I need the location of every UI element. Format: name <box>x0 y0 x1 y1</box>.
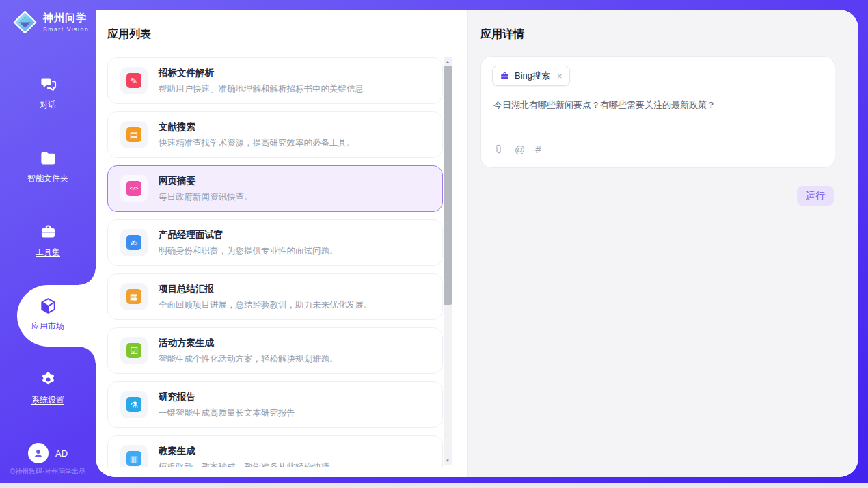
gear-icon <box>39 370 57 389</box>
bottom-edge-strip <box>0 483 868 488</box>
app-icon-glyph: ▤ <box>126 127 141 142</box>
app-icon-glyph: ▥ <box>126 451 141 466</box>
app-list-item[interactable]: ▦项目总结汇报全面回顾项目进展，总结经验教训，助力未来优化发展。 <box>107 273 443 320</box>
app-item-name: 招标文件解析 <box>159 67 364 79</box>
briefcase-icon <box>500 71 510 81</box>
app-item-name: 网页摘要 <box>159 175 253 187</box>
app-item-description: 明确身份和职责，为您提供专业性的面试问题。 <box>159 245 338 257</box>
app-list: ✎招标文件解析帮助用户快速、准确地理解和解析招标书中的关键信息▤文献搜索快速精准… <box>107 57 443 467</box>
app-icon-glyph: </> <box>126 181 141 196</box>
app-detail-panel: 应用详情 Bing搜索 × 今日湖北有哪些新闻要点？有哪些需要关注的最新政策？ <box>468 10 858 477</box>
app-item-name: 教案生成 <box>159 445 329 457</box>
sidebar-item-market[interactable]: 应用市场 <box>0 291 96 340</box>
sidebar-item-label: 工具集 <box>36 247 60 258</box>
folder-icon <box>39 149 57 167</box>
app-list-item[interactable]: ✍产品经理面试官明确身份和职责，为您提供专业性的面试问题。 <box>107 219 443 266</box>
attachment-icon[interactable] <box>493 144 504 155</box>
app-item-text: 产品经理面试官明确身份和职责，为您提供专业性的面试问题。 <box>159 229 338 257</box>
sidebar-item-label: 智能文件夹 <box>27 173 68 185</box>
prompt-toolbar: @ # <box>493 144 541 155</box>
brand-name: 神州问学 <box>43 12 89 25</box>
tool-chip-bing-search[interactable]: Bing搜索 × <box>492 66 570 86</box>
interview-doc-icon: ✍ <box>120 229 148 256</box>
sidebar-item-settings[interactable]: 系统设置 <box>0 365 96 414</box>
scrollbar-thumb[interactable] <box>444 66 452 305</box>
app-item-description: 帮助用户快速、准确地理解和解析招标书中的关键信息 <box>159 83 364 95</box>
app-list-item[interactable]: ▥教案生成模板驱动，教案秒成，教学准备从此轻松快捷 <box>107 435 443 467</box>
chat-icon <box>39 75 57 94</box>
run-button[interactable]: 运行 <box>797 186 834 206</box>
hash-icon[interactable]: # <box>535 144 541 155</box>
web-code-icon: </> <box>120 175 148 202</box>
app-item-text: 研究报告一键智能生成高质量长文本研究报告 <box>159 391 295 419</box>
app-item-description: 模板驱动，教案秒成，教学准备从此轻松快捷 <box>159 461 329 468</box>
app-item-text: 活动方案生成智能生成个性化活动方案，轻松解决规划难题。 <box>159 337 338 365</box>
avatar[interactable] <box>28 443 49 463</box>
app-item-name: 产品经理面试官 <box>159 229 338 241</box>
scrollbar[interactable]: ▲ ▼ <box>444 57 452 465</box>
app-item-text: 网页摘要每日政府新闻资讯快查。 <box>159 175 253 203</box>
app-icon-glyph: ⚗ <box>126 397 141 412</box>
app-item-description: 一键智能生成高质量长文本研究报告 <box>159 407 295 419</box>
chip-close-icon[interactable]: × <box>557 71 562 81</box>
sidebar-item-label: 系统设置 <box>31 394 64 406</box>
copyright-text: ©神州数码·神州问学出品 <box>0 467 96 476</box>
app-detail-title: 应用详情 <box>480 27 524 42</box>
app-item-description: 每日政府新闻资讯快查。 <box>159 191 253 203</box>
app-list-item[interactable]: ⚗研究报告一键智能生成高质量长文本研究报告 <box>107 381 443 428</box>
sidebar-nav: 对话智能文件夹工具集应用市场系统设置 <box>0 70 96 439</box>
edit-icon: ✎ <box>120 67 148 94</box>
app-item-name: 文献搜索 <box>159 121 355 133</box>
app-item-text: 教案生成模板驱动，教案秒成，教学准备从此轻松快捷 <box>159 445 329 468</box>
app-item-description: 智能生成个性化活动方案，轻松解决规划难题。 <box>159 353 338 365</box>
clipboard-check-icon: ☑ <box>120 337 148 364</box>
user-row[interactable]: AD <box>0 443 96 463</box>
sidebar: 神州问学 Smart Vision 对话智能文件夹工具集应用市场系统设置 AD … <box>0 0 96 483</box>
app-icon-glyph: ✎ <box>126 73 141 88</box>
research-icon: ⚗ <box>120 391 148 418</box>
app-item-text: 文献搜索快速精准查找学术资源，提高研究效率的必备工具。 <box>159 121 355 149</box>
main-card: 应用列表 ✎招标文件解析帮助用户快速、准确地理解和解析招标书中的关键信息▤文献搜… <box>96 10 858 477</box>
app-list-title: 应用列表 <box>107 27 151 42</box>
app-icon-glyph: ▦ <box>126 289 141 304</box>
scroll-down-arrow-icon[interactable]: ▼ <box>444 457 452 465</box>
mention-icon[interactable]: @ <box>515 144 525 155</box>
app-item-description: 全面回顾项目进展，总结经验教训，助力未来优化发展。 <box>159 299 372 311</box>
app-list-panel: 应用列表 ✎招标文件解析帮助用户快速、准确地理解和解析招标书中的关键信息▤文献搜… <box>96 10 468 477</box>
prompt-input[interactable]: 今日湖北有哪些新闻要点？有哪些需要关注的最新政策？ <box>493 99 824 111</box>
app-item-text: 项目总结汇报全面回顾项目进展，总结经验教训，助力未来优化发展。 <box>159 283 372 311</box>
app-icon-glyph: ☑ <box>126 343 141 358</box>
app-item-name: 研究报告 <box>159 391 295 403</box>
app-item-text: 招标文件解析帮助用户快速、准确地理解和解析招标书中的关键信息 <box>159 67 364 95</box>
brand-subtitle: Smart Vision <box>43 26 89 33</box>
app-icon-glyph: ✍ <box>126 235 141 250</box>
cube-icon <box>39 297 57 315</box>
scroll-up-arrow-icon[interactable]: ▲ <box>444 57 452 66</box>
app-list-item[interactable]: </>网页摘要每日政府新闻资讯快查。 <box>107 165 443 212</box>
report-note-icon: ▦ <box>120 283 148 310</box>
app-list-item[interactable]: ☑活动方案生成智能生成个性化活动方案，轻松解决规划难题。 <box>107 327 443 374</box>
prompt-card[interactable]: Bing搜索 × 今日湖北有哪些新闻要点？有哪些需要关注的最新政策？ @ # <box>480 56 835 168</box>
sidebar-item-label: 应用市场 <box>31 321 64 332</box>
app-item-name: 项目总结汇报 <box>159 283 372 295</box>
sidebar-item-label: 对话 <box>40 99 56 111</box>
app-item-name: 活动方案生成 <box>159 337 338 349</box>
app-list-item[interactable]: ✎招标文件解析帮助用户快速、准确地理解和解析招标书中的关键信息 <box>107 57 443 104</box>
brand-logo: 神州问学 Smart Vision <box>12 10 89 35</box>
app-item-description: 快速精准查找学术资源，提高研究效率的必备工具。 <box>159 137 355 149</box>
sidebar-item-chat[interactable]: 对话 <box>0 70 96 119</box>
tool-chip-label: Bing搜索 <box>515 70 550 82</box>
user-initials: AD <box>55 448 68 459</box>
person-icon <box>32 447 44 459</box>
active-tab-bubble <box>17 285 96 347</box>
sidebar-item-tools[interactable]: 工具集 <box>0 217 96 267</box>
app-list-item[interactable]: ▤文献搜索快速精准查找学术资源，提高研究效率的必备工具。 <box>107 111 443 158</box>
diamond-logo-icon <box>12 10 38 35</box>
book-icon: ▤ <box>120 121 148 148</box>
sidebar-item-folders[interactable]: 智能文件夹 <box>0 144 96 193</box>
toolbox-icon <box>39 223 57 241</box>
books-icon: ▥ <box>120 445 148 467</box>
